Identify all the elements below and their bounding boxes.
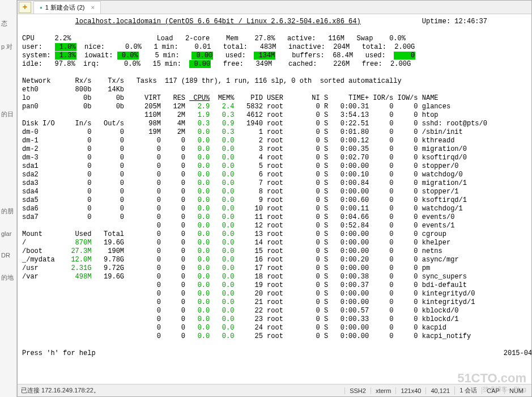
tab-active[interactable]: ● 1 新建会话 (2) × bbox=[33, 1, 101, 14]
status-xterm: xterm bbox=[371, 387, 396, 394]
left-partial-text: 态p 对的日的朋glarDR的地 bbox=[0, 0, 17, 397]
close-icon[interactable]: × bbox=[91, 4, 95, 11]
terminal-window: + ● 1 新建会话 (2) × localhost.localdomain (… bbox=[17, 0, 532, 397]
new-tab-button[interactable]: + bbox=[19, 2, 31, 13]
status-bar: 已连接 172.16.249.178:22。 SSH2 xterm 121x40… bbox=[18, 384, 531, 396]
tab-bar: + ● 1 新建会话 (2) × bbox=[18, 1, 531, 14]
status-cap: CAP bbox=[482, 387, 504, 394]
tab-title: 1 新建会话 (2) bbox=[45, 3, 85, 12]
tab-status-icon: ● bbox=[40, 5, 42, 10]
status-pos: 40,121 bbox=[425, 387, 454, 394]
status-ssh: SSH2 bbox=[344, 387, 371, 394]
status-connection: 已连接 172.16.249.178:22。 bbox=[21, 386, 344, 395]
terminal-output[interactable]: localhost.localdomain (CentOS 6.6 64bit … bbox=[18, 14, 531, 384]
status-sessions: 1 会话 bbox=[454, 386, 482, 395]
status-num: NUM bbox=[504, 387, 528, 394]
status-size: 121x40 bbox=[395, 387, 425, 394]
